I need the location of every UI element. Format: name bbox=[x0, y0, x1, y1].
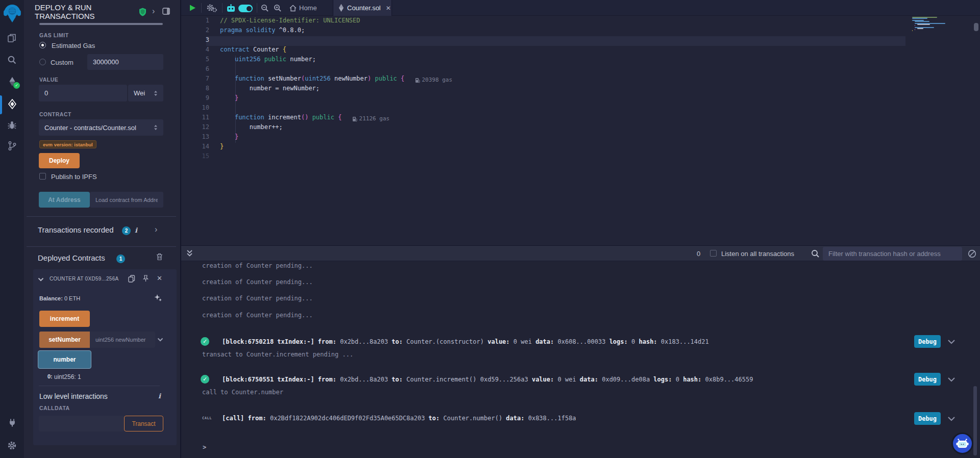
panel-scrollbar-horizontal[interactable] bbox=[39, 23, 163, 25]
chevron-right-icon[interactable]: › bbox=[155, 225, 157, 234]
calldata-input[interactable] bbox=[39, 416, 124, 431]
stepper-icon bbox=[154, 90, 158, 96]
custom-gas-input[interactable] bbox=[87, 54, 163, 70]
divider bbox=[201, 3, 202, 13]
pin-icon[interactable] bbox=[142, 275, 149, 282]
log-segment: Counter.(constructor) bbox=[403, 338, 487, 345]
code-token: uint256 bbox=[305, 75, 331, 82]
info-icon[interactable]: i bbox=[158, 392, 161, 400]
log-segment: data: bbox=[506, 415, 524, 422]
debug-button[interactable]: Debug bbox=[914, 373, 941, 386]
line-number: 9 bbox=[194, 94, 209, 104]
git-icon[interactable] bbox=[0, 141, 24, 151]
at-address-input[interactable] bbox=[90, 192, 163, 208]
copy-icon[interactable] bbox=[128, 275, 135, 283]
increment-button[interactable]: increment bbox=[39, 311, 90, 327]
chevron-down-icon[interactable] bbox=[947, 416, 955, 421]
zoom-in-icon[interactable] bbox=[274, 4, 282, 12]
code-token: { bbox=[283, 46, 286, 53]
run-script-icon[interactable] bbox=[189, 4, 196, 12]
success-check-icon: ✓ bbox=[201, 337, 209, 346]
value-unit-select[interactable]: Wei bbox=[128, 85, 163, 101]
settings-gear-icon[interactable] bbox=[0, 441, 24, 450]
at-address-button[interactable]: At Address bbox=[39, 192, 90, 208]
close-icon[interactable]: ✕ bbox=[157, 274, 162, 282]
debugger-icon[interactable] bbox=[0, 120, 24, 130]
number-button[interactable]: number bbox=[38, 350, 91, 369]
code-line: // SPDX-License-Identifier: UNLICENSED bbox=[220, 17, 360, 27]
plugin-manager-icon[interactable] bbox=[0, 418, 24, 427]
log-segment: 0xd09...de08a bbox=[598, 376, 653, 383]
code-token bbox=[220, 133, 235, 140]
shield-icon[interactable] bbox=[139, 8, 146, 16]
code-token: public bbox=[312, 114, 334, 121]
ai-assistant-button[interactable] bbox=[951, 432, 973, 454]
terminal-scrollbar[interactable] bbox=[973, 386, 977, 455]
split-view-icon[interactable] bbox=[162, 8, 170, 15]
deployed-count-badge: 1 bbox=[116, 255, 125, 263]
log-segment: from: bbox=[248, 415, 266, 422]
close-tab-icon[interactable]: ✕ bbox=[386, 5, 391, 12]
gas-estimate-hint: 21126 gas bbox=[352, 114, 390, 123]
setnumber-arg-input[interactable] bbox=[90, 332, 155, 348]
contract-select[interactable]: Counter - contracts/Counter.sol bbox=[39, 119, 163, 136]
chevron-right-icon[interactable]: › bbox=[152, 7, 155, 16]
transact-button[interactable]: Transact bbox=[124, 416, 163, 431]
terminal-log[interactable]: > creation of Counter pending...creation… bbox=[181, 261, 980, 458]
tab-counter-sol[interactable]: Counter.sol ✕ bbox=[333, 0, 392, 16]
file-explorer-icon[interactable] bbox=[0, 33, 24, 43]
chevron-down-icon[interactable] bbox=[947, 339, 955, 344]
line-number: 2 bbox=[194, 27, 209, 36]
solidity-compiler-icon[interactable]: ✓ bbox=[0, 77, 24, 87]
pending-log-line: creation of Counter pending... bbox=[202, 262, 313, 269]
sparkle-icon[interactable] bbox=[154, 293, 162, 302]
clear-console-icon[interactable] bbox=[968, 249, 976, 258]
publish-ipfs-checkbox[interactable] bbox=[39, 173, 46, 180]
success-check-icon: ✓ bbox=[201, 375, 209, 384]
estimated-gas-label: Estimated Gas bbox=[52, 42, 95, 49]
compile-settings-icon[interactable] bbox=[206, 4, 217, 13]
transaction-log-row[interactable]: [block:6750218 txIndex:-] from: 0x2bd...… bbox=[222, 338, 709, 345]
log-segment: 0 wei bbox=[554, 376, 580, 383]
copilot-toggle[interactable] bbox=[238, 5, 253, 12]
info-icon[interactable]: i bbox=[135, 226, 137, 234]
panel-title: DEPLOY & RUN TRANSACTIONS bbox=[35, 3, 137, 20]
estimated-gas-radio[interactable] bbox=[39, 42, 46, 48]
search-icon[interactable] bbox=[0, 55, 24, 65]
log-segment: data: bbox=[535, 338, 554, 345]
setnumber-button[interactable]: setNumber bbox=[39, 332, 90, 348]
code-line: function setNumber(uint256 newNumber) pu… bbox=[220, 75, 404, 85]
terminal-header: 0 Listen on all transactions bbox=[181, 245, 980, 261]
terminal-filter-input[interactable] bbox=[823, 247, 962, 261]
custom-gas-radio[interactable] bbox=[39, 59, 46, 65]
debug-button[interactable]: Debug bbox=[914, 335, 941, 348]
code-line: function increment() public {21126 gas bbox=[220, 114, 341, 123]
remix-logo[interactable] bbox=[0, 4, 24, 23]
collapse-terminal-icon[interactable] bbox=[186, 249, 193, 257]
tab-home[interactable]: Home bbox=[299, 4, 317, 12]
log-segment: 0x8b9...46559 bbox=[701, 376, 753, 383]
contract-selected: Counter - contracts/Counter.sol bbox=[44, 124, 136, 132]
expand-chevron-icon[interactable] bbox=[157, 338, 163, 342]
deploy-button[interactable]: Deploy bbox=[39, 153, 80, 168]
search-icon[interactable] bbox=[811, 249, 820, 258]
minimap-line bbox=[915, 21, 929, 22]
transaction-log-row[interactable]: [call] from: 0x2Bdf1822A902dc406dED9f02F… bbox=[222, 415, 576, 422]
chevron-down-icon[interactable] bbox=[947, 377, 955, 382]
value-input[interactable] bbox=[39, 85, 127, 101]
code-editor[interactable]: 123456789101112131415 // SPDX-License-Id… bbox=[181, 16, 980, 245]
compile-success-badge: ✓ bbox=[13, 82, 20, 89]
ai-copilot-icon[interactable] bbox=[226, 4, 236, 12]
terminal-prompt[interactable]: > bbox=[203, 444, 206, 451]
home-icon[interactable] bbox=[289, 4, 297, 12]
collapse-chevron-icon[interactable] bbox=[38, 277, 44, 282]
listen-all-checkbox[interactable] bbox=[710, 250, 717, 257]
minimap-line bbox=[915, 29, 915, 30]
zoom-out-icon[interactable] bbox=[261, 4, 269, 12]
editor-scrollbar[interactable] bbox=[974, 23, 978, 31]
debug-button[interactable]: Debug bbox=[914, 412, 941, 425]
deploy-run-icon[interactable] bbox=[0, 99, 24, 109]
transaction-log-row[interactable]: [block:6750551 txIndex:-] from: 0x2bd...… bbox=[222, 376, 753, 383]
code-token: contract bbox=[220, 46, 250, 53]
trash-icon[interactable] bbox=[156, 253, 163, 261]
